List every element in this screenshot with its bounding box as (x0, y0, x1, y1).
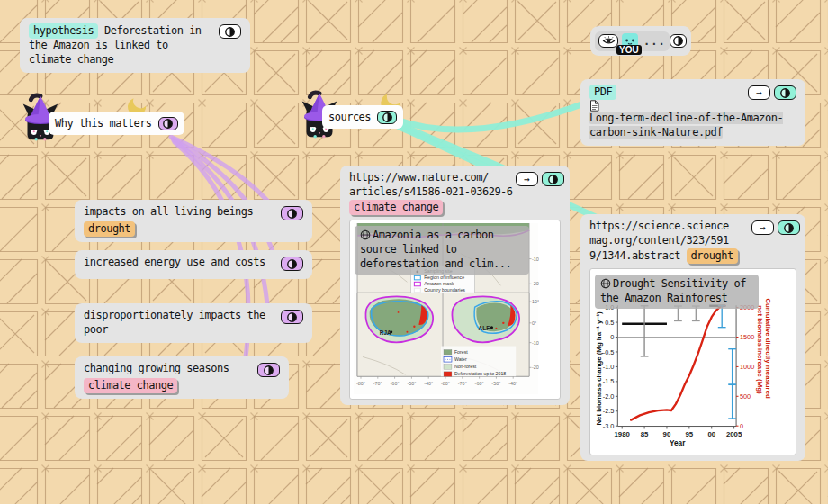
nature-preview-image[interactable]: Amazonia as a carbon source linked to de… (349, 220, 561, 400)
svg-text:10°: 10° (532, 299, 539, 304)
svg-text:-70°: -70° (374, 381, 382, 386)
card-buttons: → (516, 172, 564, 186)
pdf-source-card[interactable]: → PDF Long-term-decline-of-the-Amazon-ca… (580, 79, 806, 146)
half-moon-toggle-icon (672, 35, 684, 47)
web-source-card-nature[interactable]: → https://www.nature.com/​articles/s4158… (340, 166, 570, 405)
preview-title: Drought Sensitivity of the Amazon Rainfo… (600, 277, 746, 304)
eye-icon (602, 36, 616, 46)
svg-text:ALF: ALF (479, 325, 490, 331)
arrow-right-icon: → (524, 175, 530, 184)
svg-text:Net biomass change (Mg ha⁻¹ y⁻: Net biomass change (Mg ha⁻¹ y⁻¹) (595, 311, 603, 426)
svg-text:90: 90 (663, 430, 671, 438)
node-sources[interactable]: sources (322, 105, 403, 129)
svg-text:-2.0: -2.0 (603, 392, 615, 400)
svg-text:1500: 1500 (740, 333, 754, 341)
svg-text:Deforestation up to 2018: Deforestation up to 2018 (454, 371, 506, 376)
svg-text:-80°: -80° (356, 381, 365, 386)
note-card-poor[interactable]: disproportionately impacts the poor (75, 303, 312, 343)
half-moon-toggle-icon (547, 174, 559, 185)
note-card-impacts[interactable]: impacts on all living beings drought (75, 200, 312, 242)
tag-hypothesis[interactable]: hypothesis (29, 23, 98, 39)
svg-text:Region of influence: Region of influence (424, 274, 464, 280)
svg-text:0: 0 (740, 422, 743, 430)
svg-text:-0.5: -0.5 (603, 347, 615, 356)
svg-text:2005: 2005 (726, 430, 742, 438)
arrow-right-icon: → (756, 88, 762, 98)
note-card-seasons[interactable]: changing growing seasons climate change (75, 356, 289, 399)
pdf-filename[interactable]: Long-term-decline-of-the-Amazon-carbon-s… (590, 112, 783, 139)
svg-text:Forest: Forest (454, 349, 468, 355)
globe-icon (600, 278, 611, 289)
hypothesis-card[interactable]: hypothesis Deforestation in the Amazon i… (20, 18, 250, 73)
collapse-toggle-button[interactable] (670, 34, 687, 48)
half-moon-toggle-icon (224, 26, 236, 38)
collapse-toggle-button[interactable] (281, 256, 303, 271)
note-text: changing growing seasons (84, 362, 229, 374)
presence-bar: ... YOU (590, 26, 691, 56)
canvas[interactable]: hypothesis Deforestation in the Amazon i… (0, 0, 828, 504)
svg-text:-60°: -60° (475, 381, 484, 386)
half-moon-toggle-icon (783, 222, 795, 234)
web-source-card-science[interactable]: → https://science.science​mag.org/conten… (580, 214, 806, 461)
half-moon-toggle-icon (286, 208, 298, 220)
you-presence-badge: YOU (616, 45, 642, 55)
svg-text:-1.5: -1.5 (603, 377, 615, 385)
science-preview-image[interactable]: Drought Sensitivity of the Amazon Rainfo… (590, 268, 796, 455)
half-moon-toggle-icon (779, 87, 791, 99)
note-text: increased energy use and costs (84, 256, 266, 268)
svg-text:-40°: -40° (508, 381, 518, 386)
note-card-energy[interactable]: increased energy use and costs (75, 250, 312, 279)
collapse-toggle-button[interactable] (377, 111, 397, 124)
tag-climate-change[interactable]: climate change (349, 200, 443, 215)
svg-text:-2.5: -2.5 (603, 407, 615, 415)
node-label: Why this matters (55, 117, 152, 130)
svg-text:-3.0: -3.0 (603, 422, 615, 430)
arrow-right-icon: → (760, 223, 766, 233)
svg-text:Water: Water (454, 356, 467, 362)
globe-icon (360, 230, 371, 240)
svg-text:-40°: -40° (424, 381, 433, 386)
note-text: disproportionately impacts the poor (84, 309, 266, 336)
svg-text:0: 0 (610, 333, 614, 341)
svg-text:0°: 0° (532, 320, 536, 326)
svg-text:Cumulative directly measured: Cumulative directly measured (764, 298, 772, 399)
collapse-toggle-button[interactable] (774, 86, 796, 100)
preview-title-overlay: Amazonia as a carbon source linked to de… (355, 226, 529, 274)
node-why-this-matters[interactable]: Why this matters (49, 112, 184, 135)
svg-text:-20°: -20° (532, 281, 539, 286)
tag-pdf[interactable]: PDF (590, 85, 616, 100)
svg-text:-10°: -10° (532, 339, 539, 345)
collapse-toggle-button[interactable] (778, 220, 800, 235)
visibility-button[interactable] (598, 34, 618, 48)
open-link-button[interactable]: → (748, 86, 770, 100)
collapse-toggle-button[interactable] (257, 363, 280, 377)
collapse-toggle-button[interactable] (281, 206, 303, 220)
note-text: impacts on all living beings (84, 205, 253, 218)
svg-text:-10°: -10° (532, 256, 539, 261)
open-link-button[interactable]: → (516, 172, 538, 186)
half-moon-toggle-icon (286, 311, 298, 323)
half-moon-toggle-icon (162, 118, 174, 130)
svg-text:RJA: RJA (380, 329, 392, 336)
document-icon (590, 100, 599, 112)
collapse-toggle-button[interactable] (281, 310, 303, 324)
svg-text:1000: 1000 (740, 363, 754, 371)
half-moon-toggle-icon (286, 258, 298, 270)
svg-text:-20°: -20° (532, 364, 539, 370)
svg-text:00: 00 (707, 430, 716, 438)
collapse-toggle-button[interactable] (219, 24, 241, 39)
tag-drought[interactable]: drought (687, 248, 738, 264)
preview-title: Amazonia as a carbon source linked to de… (360, 229, 511, 270)
tag-drought[interactable]: drought (84, 221, 135, 237)
node-label: sources (328, 111, 371, 123)
tag-climate-change[interactable]: climate change (84, 378, 177, 393)
svg-text:-50°: -50° (407, 381, 416, 386)
svg-text:Amazon mask: Amazon mask (424, 281, 454, 286)
half-moon-toggle-icon (263, 364, 274, 376)
more-users-ellipsis[interactable]: ... (644, 35, 666, 48)
collapse-toggle-button[interactable] (542, 172, 564, 186)
svg-text:-60°: -60° (391, 381, 400, 386)
open-link-button[interactable]: → (752, 220, 774, 235)
collapse-toggle-button[interactable] (158, 117, 178, 130)
nature-url[interactable]: https://www.nature.com/​articles/s41586-… (349, 171, 513, 198)
